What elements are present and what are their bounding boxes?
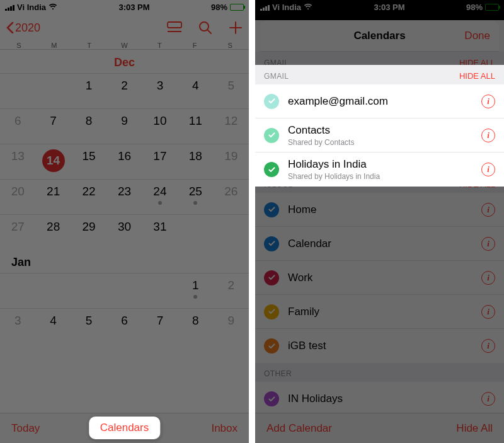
day-cell[interactable]: 16 xyxy=(106,144,142,179)
weekday-header: SMTWTFS xyxy=(0,42,249,49)
calendar-row[interactable]: Holidays in IndiaShared by Holidays in I… xyxy=(255,152,504,187)
done-button[interactable]: Done xyxy=(464,30,490,42)
day-cell[interactable]: 27 xyxy=(0,214,35,250)
checkmark-icon xyxy=(264,236,279,251)
day-cell[interactable]: 11 xyxy=(178,108,213,144)
add-calendar-button[interactable]: Add Calendar xyxy=(266,422,332,435)
day-cell[interactable]: 4 xyxy=(35,308,71,343)
wifi-icon xyxy=(49,3,57,11)
day-cell[interactable]: 14 xyxy=(35,144,71,179)
day-cell[interactable]: 23 xyxy=(106,179,142,214)
day-cell[interactable]: 7 xyxy=(142,308,178,343)
sheet-header: Calendars Done xyxy=(260,20,499,52)
gmail-highlight: GMAIL HIDE ALL example@gmail.comiContact… xyxy=(255,65,504,182)
today-button[interactable]: Today xyxy=(11,422,40,435)
day-cell[interactable] xyxy=(178,214,213,250)
day-cell[interactable] xyxy=(214,214,249,250)
jan-grid[interactable]: 123456789 xyxy=(0,273,249,343)
status-bar: Vi India 3:03 PM 98% xyxy=(0,0,249,14)
day-cell[interactable] xyxy=(142,273,178,308)
info-icon[interactable]: i xyxy=(481,392,495,406)
day-cell[interactable]: 31 xyxy=(142,214,178,250)
day-cell[interactable]: 4 xyxy=(178,73,213,108)
day-cell[interactable]: 17 xyxy=(142,144,178,179)
info-icon[interactable]: i xyxy=(481,271,495,285)
info-icon[interactable]: i xyxy=(481,339,495,353)
day-cell[interactable]: 22 xyxy=(71,179,106,214)
search-icon[interactable] xyxy=(198,21,212,35)
add-event-icon[interactable] xyxy=(229,21,243,35)
day-cell[interactable]: 3 xyxy=(0,308,35,343)
day-cell[interactable]: 18 xyxy=(178,144,213,179)
gmail-hide-all[interactable]: HIDE ALL xyxy=(459,71,495,81)
day-cell[interactable]: 24 xyxy=(142,179,178,214)
hide-all-button[interactable]: Hide All xyxy=(456,422,493,435)
day-cell[interactable]: 9 xyxy=(214,308,249,343)
month-label-jan[interactable]: Jan xyxy=(0,250,249,273)
month-label-dec[interactable]: Dec xyxy=(0,50,249,73)
calendars-button-highlight[interactable]: Calendars xyxy=(89,417,161,439)
day-cell[interactable]: 2 xyxy=(214,273,249,308)
day-cell[interactable] xyxy=(35,273,71,308)
right-phone: Vi India 3:03 PM 98% Calendars Done GMAI… xyxy=(255,0,504,443)
day-cell[interactable]: 6 xyxy=(106,308,142,343)
calendar-row[interactable]: Worki xyxy=(255,261,504,295)
checkmark-icon xyxy=(264,202,279,217)
day-cell[interactable]: 8 xyxy=(71,108,106,144)
day-cell[interactable] xyxy=(71,273,106,308)
day-cell[interactable]: 5 xyxy=(71,308,106,343)
calendar-row[interactable]: iGB testi xyxy=(255,329,504,363)
clock: 3:03 PM xyxy=(374,3,404,12)
day-cell[interactable] xyxy=(0,273,35,308)
svg-rect-1 xyxy=(168,31,181,32)
calendar-title: Work xyxy=(288,272,481,284)
day-cell[interactable]: 21 xyxy=(35,179,71,214)
day-cell[interactable]: 3 xyxy=(142,73,178,108)
info-icon[interactable]: i xyxy=(481,237,495,251)
inbox-button[interactable]: Inbox xyxy=(211,422,238,435)
day-cell[interactable] xyxy=(0,73,35,108)
day-cell[interactable]: 25 xyxy=(178,179,213,214)
checkmark-icon xyxy=(264,128,279,143)
day-cell[interactable]: 8 xyxy=(178,308,213,343)
signal-icon xyxy=(260,4,270,11)
day-cell[interactable]: 10 xyxy=(142,108,178,144)
day-cell[interactable]: 15 xyxy=(71,144,106,179)
day-cell[interactable]: 20 xyxy=(0,179,35,214)
day-cell[interactable]: 5 xyxy=(214,73,249,108)
day-cell[interactable] xyxy=(106,273,142,308)
day-cell[interactable]: 29 xyxy=(71,214,106,250)
info-icon[interactable]: i xyxy=(481,95,495,108)
calendar-row[interactable]: Homei xyxy=(255,193,504,227)
day-cell[interactable]: 6 xyxy=(0,108,35,144)
calendar-row[interactable]: ContactsShared by Contactsi xyxy=(255,118,504,152)
day-cell[interactable]: 30 xyxy=(106,214,142,250)
day-cell[interactable]: 19 xyxy=(214,144,249,179)
info-icon[interactable]: i xyxy=(481,129,495,142)
calendar-row[interactable]: example@gmail.comi xyxy=(255,84,504,118)
dec-grid[interactable]: 1234567891011121314151617181920212223242… xyxy=(0,73,249,250)
calendar-title: example@gmail.com xyxy=(288,95,481,108)
calendar-row[interactable]: IN Holidaysi xyxy=(255,382,504,416)
day-cell[interactable]: 13 xyxy=(0,144,35,179)
info-icon[interactable]: i xyxy=(481,203,495,217)
day-cell[interactable]: 9 xyxy=(106,108,142,144)
day-cell[interactable]: 1 xyxy=(178,273,213,308)
day-cell[interactable]: 1 xyxy=(71,73,106,108)
day-cell[interactable]: 12 xyxy=(214,108,249,144)
day-cell[interactable] xyxy=(35,73,71,108)
day-cell[interactable]: 2 xyxy=(106,73,142,108)
info-icon[interactable]: i xyxy=(481,163,495,176)
calendar-row[interactable]: Familyi xyxy=(255,295,504,329)
other-list: IN Holidaysi xyxy=(255,382,504,416)
day-cell[interactable]: 26 xyxy=(214,179,249,214)
view-mode-icon[interactable] xyxy=(167,21,182,34)
svg-line-3 xyxy=(207,30,211,33)
back-year-button[interactable]: 2020 xyxy=(6,21,40,35)
day-cell[interactable]: 7 xyxy=(35,108,71,144)
day-cell[interactable]: 28 xyxy=(35,214,71,250)
calendar-row[interactable]: Calendari xyxy=(255,227,504,261)
gmail-list: example@gmail.comiContactsShared by Cont… xyxy=(255,84,504,187)
info-icon[interactable]: i xyxy=(481,305,495,319)
clock: 3:03 PM xyxy=(118,3,149,12)
